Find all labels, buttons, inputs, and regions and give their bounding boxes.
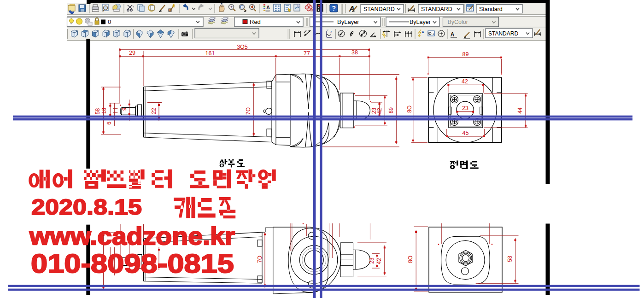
svg-text:22: 22 (151, 108, 157, 114)
svg-text:A: A (266, 5, 270, 10)
svg-text:6: 6 (106, 122, 112, 125)
svg-text:44: 44 (517, 107, 523, 114)
svg-text:STANDARD: STANDARD (421, 6, 452, 12)
svg-text:23: 23 (369, 257, 375, 264)
svg-text:A: A (451, 31, 455, 38)
svg-text:±: ± (230, 5, 233, 9)
svg-text:STANDARD: STANDARD (488, 30, 518, 37)
svg-text:010-8098-0815: 010-8098-0815 (31, 249, 234, 278)
svg-text:?: ? (332, 4, 336, 12)
svg-text:www.cadzone.kr: www.cadzone.kr (29, 222, 235, 250)
svg-text:42: 42 (376, 108, 383, 114)
svg-text:A: A (422, 30, 424, 34)
svg-text:23: 23 (462, 105, 468, 111)
svg-text:42: 42 (462, 78, 468, 85)
svg-text:ByLayer: ByLayer (337, 18, 359, 25)
svg-text:9: 9 (121, 107, 128, 111)
svg-text:18: 18 (101, 108, 107, 114)
svg-text:A: A (349, 5, 355, 13)
svg-text:45: 45 (463, 130, 469, 136)
svg-text:7O: 7O (245, 107, 252, 115)
svg-text:42: 42 (376, 258, 382, 264)
svg-text:161: 161 (205, 50, 215, 57)
svg-text:3O5: 3O5 (237, 44, 248, 50)
svg-text:38: 38 (351, 49, 358, 56)
svg-text:Red: Red (250, 18, 261, 25)
svg-text:8O: 8O (407, 256, 414, 263)
svg-text:2020.8.15: 2020.8.15 (31, 195, 142, 219)
svg-text:89: 89 (463, 51, 469, 58)
svg-text:29: 29 (129, 50, 135, 56)
svg-text:58: 58 (94, 108, 101, 115)
svg-text:0: 0 (108, 18, 111, 25)
svg-text:89: 89 (388, 107, 394, 114)
svg-text:ByColor: ByColor (448, 19, 468, 25)
svg-text:Standard: Standard (479, 6, 503, 12)
svg-text:7O: 7O (257, 256, 263, 263)
svg-text:.1: .1 (432, 32, 434, 35)
svg-text:STANDARD: STANDARD (363, 6, 395, 12)
svg-text:77: 77 (304, 50, 310, 57)
svg-text:ByLayer: ByLayer (410, 19, 431, 25)
svg-text:58: 58 (507, 256, 513, 262)
svg-text:8O: 8O (406, 105, 413, 113)
